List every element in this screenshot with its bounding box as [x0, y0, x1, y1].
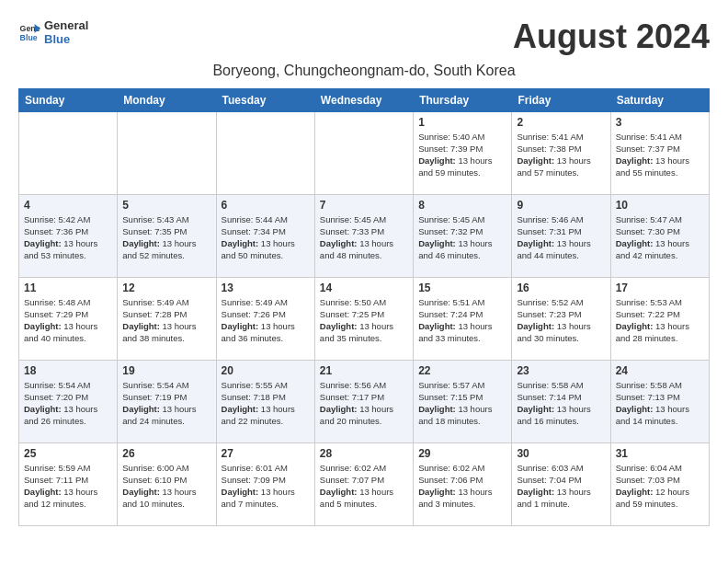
- location-subtitle: Boryeong, Chungcheongnam-do, South Korea: [18, 63, 710, 79]
- day-number: 31: [616, 447, 704, 460]
- day-cell-content: Sunrise: 6:01 AMSunset: 7:09 PMDaylight:…: [222, 462, 310, 511]
- calendar-week-2: 4Sunrise: 5:42 AMSunset: 7:36 PMDaylight…: [19, 194, 710, 277]
- calendar-cell: 27Sunrise: 6:01 AMSunset: 7:09 PMDayligh…: [216, 442, 314, 525]
- calendar-cell: 24Sunrise: 5:58 AMSunset: 7:13 PMDayligh…: [610, 360, 709, 442]
- calendar-week-1: 1Sunrise: 5:40 AMSunset: 7:39 PMDaylight…: [19, 111, 710, 194]
- day-number: 18: [24, 364, 112, 377]
- day-number: 10: [616, 199, 704, 212]
- day-number: 15: [418, 282, 506, 294]
- title-block: August 2024: [513, 18, 710, 55]
- day-number: 29: [418, 447, 506, 460]
- calendar-cell: 14Sunrise: 5:50 AMSunset: 7:25 PMDayligh…: [314, 277, 413, 360]
- weekday-header-row: SundayMondayTuesdayWednesdayThursdayFrid…: [19, 88, 710, 111]
- day-cell-content: Sunrise: 6:04 AMSunset: 7:03 PMDaylight:…: [616, 462, 704, 511]
- day-number: 21: [320, 364, 408, 377]
- day-cell-content: Sunrise: 6:00 AMSunset: 6:10 PMDaylight:…: [122, 462, 210, 511]
- calendar-cell: 9Sunrise: 5:46 AMSunset: 7:31 PMDaylight…: [512, 194, 610, 277]
- day-number: 16: [517, 282, 605, 294]
- weekday-header-sunday: Sunday: [19, 88, 118, 111]
- calendar-cell: 19Sunrise: 5:54 AMSunset: 7:19 PMDayligh…: [118, 360, 216, 442]
- day-number: 11: [24, 282, 112, 294]
- day-number: 1: [418, 116, 506, 129]
- day-cell-content: Sunrise: 5:58 AMSunset: 7:13 PMDaylight:…: [616, 379, 704, 428]
- day-number: 5: [122, 199, 210, 212]
- day-cell-content: Sunrise: 5:54 AMSunset: 7:20 PMDaylight:…: [24, 379, 112, 428]
- calendar-cell: 29Sunrise: 6:02 AMSunset: 7:06 PMDayligh…: [414, 442, 512, 525]
- calendar-cell: 17Sunrise: 5:53 AMSunset: 7:22 PMDayligh…: [610, 277, 709, 360]
- day-number: 6: [222, 199, 310, 212]
- calendar-cell: 4Sunrise: 5:42 AMSunset: 7:36 PMDaylight…: [19, 194, 118, 277]
- calendar-cell: 25Sunrise: 5:59 AMSunset: 7:11 PMDayligh…: [19, 442, 118, 525]
- day-cell-content: Sunrise: 5:42 AMSunset: 7:36 PMDaylight:…: [24, 213, 112, 262]
- calendar-cell: 11Sunrise: 5:48 AMSunset: 7:29 PMDayligh…: [19, 277, 118, 360]
- calendar-cell: 20Sunrise: 5:55 AMSunset: 7:18 PMDayligh…: [216, 360, 314, 442]
- weekday-header-thursday: Thursday: [414, 88, 512, 111]
- day-cell-content: Sunrise: 5:57 AMSunset: 7:15 PMDaylight:…: [418, 379, 506, 428]
- day-number: 23: [517, 364, 605, 377]
- day-cell-content: Sunrise: 5:47 AMSunset: 7:30 PMDaylight:…: [616, 213, 704, 262]
- calendar-cell: 7Sunrise: 5:45 AMSunset: 7:33 PMDaylight…: [314, 194, 413, 277]
- day-cell-content: Sunrise: 5:45 AMSunset: 7:32 PMDaylight:…: [418, 213, 506, 262]
- weekday-header-monday: Monday: [118, 88, 216, 111]
- logo: General Blue General Blue: [18, 18, 88, 46]
- day-cell-content: Sunrise: 5:59 AMSunset: 7:11 PMDaylight:…: [24, 462, 112, 511]
- day-number: 8: [418, 199, 506, 212]
- day-number: 17: [616, 282, 704, 294]
- calendar-cell: 5Sunrise: 5:43 AMSunset: 7:35 PMDaylight…: [118, 194, 216, 277]
- calendar-cell: 6Sunrise: 5:44 AMSunset: 7:34 PMDaylight…: [216, 194, 314, 277]
- calendar-cell: 10Sunrise: 5:47 AMSunset: 7:30 PMDayligh…: [610, 194, 709, 277]
- day-cell-content: Sunrise: 5:53 AMSunset: 7:22 PMDaylight:…: [616, 296, 704, 345]
- calendar-week-3: 11Sunrise: 5:48 AMSunset: 7:29 PMDayligh…: [19, 277, 710, 360]
- calendar-cell: 2Sunrise: 5:41 AMSunset: 7:38 PMDaylight…: [512, 111, 610, 194]
- day-cell-content: Sunrise: 5:48 AMSunset: 7:29 PMDaylight:…: [24, 296, 112, 345]
- weekday-header-friday: Friday: [512, 88, 610, 111]
- calendar-cell: 21Sunrise: 5:56 AMSunset: 7:17 PMDayligh…: [314, 360, 413, 442]
- logo-text-general: General: [44, 18, 88, 32]
- calendar-cell: 16Sunrise: 5:52 AMSunset: 7:23 PMDayligh…: [512, 277, 610, 360]
- day-cell-content: Sunrise: 5:46 AMSunset: 7:31 PMDaylight:…: [517, 213, 605, 262]
- day-cell-content: Sunrise: 5:41 AMSunset: 7:38 PMDaylight:…: [517, 131, 605, 179]
- day-number: 26: [122, 447, 210, 460]
- day-cell-content: Sunrise: 5:45 AMSunset: 7:33 PMDaylight:…: [320, 213, 408, 262]
- day-cell-content: Sunrise: 5:55 AMSunset: 7:18 PMDaylight:…: [222, 379, 310, 428]
- day-number: 2: [517, 116, 605, 129]
- calendar-week-5: 25Sunrise: 5:59 AMSunset: 7:11 PMDayligh…: [19, 442, 710, 525]
- day-number: 9: [517, 199, 605, 212]
- logo-text-blue: Blue: [44, 32, 88, 46]
- calendar-cell: 8Sunrise: 5:45 AMSunset: 7:32 PMDaylight…: [414, 194, 512, 277]
- day-number: 19: [122, 364, 210, 377]
- day-cell-content: Sunrise: 5:56 AMSunset: 7:17 PMDaylight:…: [320, 379, 408, 428]
- day-number: 14: [320, 282, 408, 294]
- page-header: General Blue General Blue August 2024: [18, 18, 710, 55]
- day-number: 25: [24, 447, 112, 460]
- calendar-cell: [216, 111, 314, 194]
- day-number: 20: [222, 364, 310, 377]
- calendar-cell: 13Sunrise: 5:49 AMSunset: 7:26 PMDayligh…: [216, 277, 314, 360]
- day-number: 4: [24, 199, 112, 212]
- day-cell-content: Sunrise: 6:02 AMSunset: 7:06 PMDaylight:…: [418, 462, 506, 511]
- day-number: 30: [517, 447, 605, 460]
- day-number: 7: [320, 199, 408, 212]
- day-number: 27: [222, 447, 310, 460]
- day-cell-content: Sunrise: 5:40 AMSunset: 7:39 PMDaylight:…: [418, 131, 506, 179]
- weekday-header-tuesday: Tuesday: [216, 88, 314, 111]
- calendar-cell: 3Sunrise: 5:41 AMSunset: 7:37 PMDaylight…: [610, 111, 709, 194]
- day-cell-content: Sunrise: 5:49 AMSunset: 7:28 PMDaylight:…: [122, 296, 210, 345]
- day-number: 3: [616, 116, 704, 129]
- day-cell-content: Sunrise: 5:44 AMSunset: 7:34 PMDaylight:…: [222, 213, 310, 262]
- day-cell-content: Sunrise: 5:51 AMSunset: 7:24 PMDaylight:…: [418, 296, 506, 345]
- day-cell-content: Sunrise: 6:02 AMSunset: 7:07 PMDaylight:…: [320, 462, 408, 511]
- day-cell-content: Sunrise: 5:43 AMSunset: 7:35 PMDaylight:…: [122, 213, 210, 262]
- day-cell-content: Sunrise: 5:41 AMSunset: 7:37 PMDaylight:…: [616, 131, 704, 179]
- calendar-cell: 22Sunrise: 5:57 AMSunset: 7:15 PMDayligh…: [414, 360, 512, 442]
- calendar-cell: 28Sunrise: 6:02 AMSunset: 7:07 PMDayligh…: [314, 442, 413, 525]
- day-number: 24: [616, 364, 704, 377]
- calendar-week-4: 18Sunrise: 5:54 AMSunset: 7:20 PMDayligh…: [19, 360, 710, 442]
- calendar-table: SundayMondayTuesdayWednesdayThursdayFrid…: [18, 88, 710, 526]
- month-year-title: August 2024: [513, 18, 710, 55]
- day-number: 22: [418, 364, 506, 377]
- svg-text:Blue: Blue: [20, 33, 38, 42]
- calendar-cell: 31Sunrise: 6:04 AMSunset: 7:03 PMDayligh…: [610, 442, 709, 525]
- day-cell-content: Sunrise: 5:58 AMSunset: 7:14 PMDaylight:…: [517, 379, 605, 428]
- day-cell-content: Sunrise: 5:54 AMSunset: 7:19 PMDaylight:…: [122, 379, 210, 428]
